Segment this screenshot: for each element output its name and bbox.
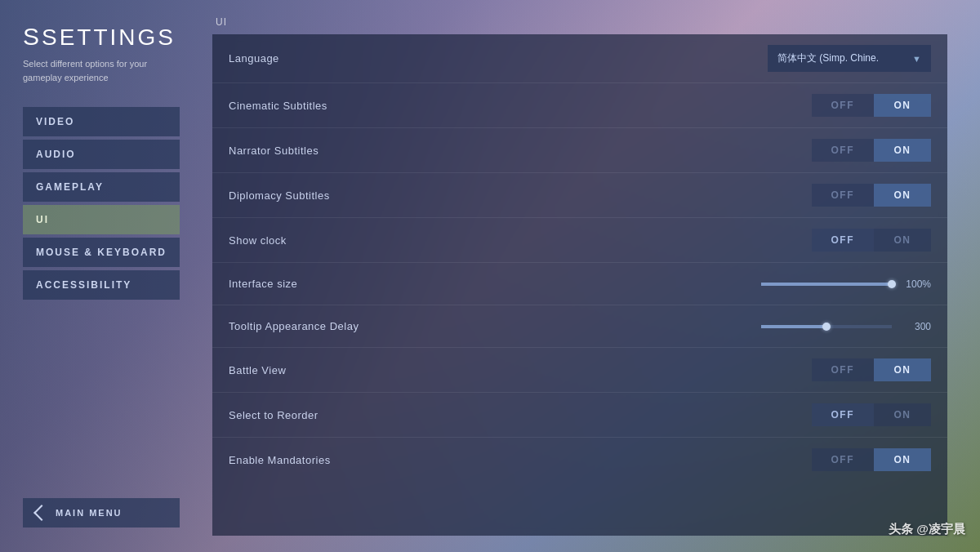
dropdown-arrow-icon: ▼ <box>912 54 921 64</box>
chevron-left-icon <box>33 505 50 521</box>
tooltip-delay-value: 300 <box>902 321 931 332</box>
settings-container: SSettings Select different options for y… <box>0 0 980 552</box>
settings-panel: Language 简体中文 (Simp. Chine. ▼ Cinematic … <box>212 34 947 536</box>
battle-view-off[interactable]: OFF <box>812 358 875 381</box>
diplomacy-subtitles-control: OFF ON <box>812 184 932 207</box>
language-dropdown[interactable]: 简体中文 (Simp. Chine. ▼ <box>768 45 931 72</box>
interface-size-control: 100% <box>761 278 931 290</box>
sidebar-item-mouse-keyboard[interactable]: MOUSE & KEYBOARD <box>23 238 180 267</box>
cinematic-subtitles-on[interactable]: ON <box>874 94 931 117</box>
sidebar-item-audio[interactable]: AUDIO <box>23 140 180 169</box>
select-reorder-off[interactable]: OFF <box>812 403 875 426</box>
sidebar-item-video[interactable]: VIDEO <box>23 107 180 136</box>
setting-row-narrator-subtitles: Narrator Subtitles OFF ON <box>212 128 947 173</box>
select-reorder-control: OFF ON <box>812 403 932 426</box>
enable-mandatories-control: OFF ON <box>812 448 932 471</box>
diplomacy-subtitles-label: Diplomacy Subtitles <box>229 189 330 202</box>
nav-buttons: VIDEO AUDIO GAMEPLAY UI MOUSE & KEYBOARD… <box>23 107 180 300</box>
sidebar-item-accessibility[interactable]: ACCESSIBILITY <box>23 270 180 300</box>
show-clock-control: OFF ON <box>812 229 932 252</box>
show-clock-on[interactable]: ON <box>874 229 931 252</box>
select-reorder-on[interactable]: ON <box>874 403 931 426</box>
sidebar-item-gameplay[interactable]: GAMEPLAY <box>23 172 180 202</box>
interface-size-value: 100% <box>902 278 931 290</box>
enable-mandatories-label: Enable Mandatories <box>229 454 331 466</box>
show-clock-off[interactable]: OFF <box>812 229 875 252</box>
section-label: UI <box>212 16 947 28</box>
language-control: 简体中文 (Simp. Chine. ▼ <box>768 45 931 72</box>
main-content: UI Language 简体中文 (Simp. Chine. ▼ Cinemat… <box>196 0 980 552</box>
diplomacy-subtitles-on[interactable]: ON <box>874 184 931 207</box>
setting-row-diplomacy-subtitles: Diplomacy Subtitles OFF ON <box>212 173 947 218</box>
battle-view-control: OFF ON <box>812 358 932 381</box>
interface-size-slider[interactable] <box>761 283 892 286</box>
main-menu-label: MAIN MENU <box>56 508 122 518</box>
narrator-subtitles-label: Narrator Subtitles <box>229 145 318 157</box>
interface-size-label: Interface size <box>229 278 297 290</box>
cinematic-subtitles-control: OFF ON <box>812 94 932 117</box>
setting-row-language: Language 简体中文 (Simp. Chine. ▼ <box>212 34 947 83</box>
setting-row-battle-view: Battle View OFF ON <box>212 348 947 393</box>
tooltip-delay-label: Tooltip Appearance Delay <box>229 320 359 332</box>
settings-title: SSettings <box>23 23 180 51</box>
interface-size-thumb[interactable] <box>888 280 896 288</box>
sidebar-bottom: MAIN MENU <box>23 490 180 536</box>
sidebar-item-ui[interactable]: UI <box>23 205 180 234</box>
cinematic-subtitles-label: Cinematic Subtitles <box>229 100 327 112</box>
setting-row-tooltip-delay: Tooltip Appearance Delay 300 <box>212 305 947 348</box>
diplomacy-subtitles-off[interactable]: OFF <box>812 184 875 207</box>
language-value: 简体中文 (Simp. Chine. <box>777 51 879 65</box>
enable-mandatories-off[interactable]: OFF <box>812 448 875 471</box>
battle-view-on[interactable]: ON <box>874 358 931 381</box>
battle-view-label: Battle View <box>229 364 286 376</box>
setting-row-interface-size: Interface size 100% <box>212 263 947 305</box>
tooltip-delay-fill <box>761 325 826 328</box>
watermark-text: 头条 @凌宇晨 <box>889 522 965 537</box>
tooltip-delay-thumb[interactable] <box>822 323 831 331</box>
setting-row-select-reorder: Select to Reorder OFF ON <box>212 393 947 438</box>
narrator-subtitles-off[interactable]: OFF <box>812 139 875 162</box>
settings-subtitle: Select different options for your gamepl… <box>23 57 154 84</box>
enable-mandatories-on[interactable]: ON <box>874 448 931 471</box>
setting-row-enable-mandatories: Enable Mandatories OFF ON <box>212 438 947 482</box>
cinematic-subtitles-off[interactable]: OFF <box>812 94 875 117</box>
show-clock-label: Show clock <box>229 234 287 247</box>
narrator-subtitles-control: OFF ON <box>812 139 932 162</box>
setting-row-show-clock: Show clock OFF ON <box>212 218 947 263</box>
main-menu-button[interactable]: MAIN MENU <box>23 498 180 528</box>
language-label: Language <box>229 52 279 65</box>
tooltip-delay-slider[interactable] <box>761 325 892 328</box>
select-reorder-label: Select to Reorder <box>229 409 318 421</box>
setting-row-cinematic-subtitles: Cinematic Subtitles OFF ON <box>212 83 947 128</box>
tooltip-delay-control: 300 <box>761 321 931 332</box>
interface-size-fill <box>761 283 892 286</box>
narrator-subtitles-on[interactable]: ON <box>874 139 931 162</box>
sidebar: SSettings Select different options for y… <box>0 0 196 552</box>
